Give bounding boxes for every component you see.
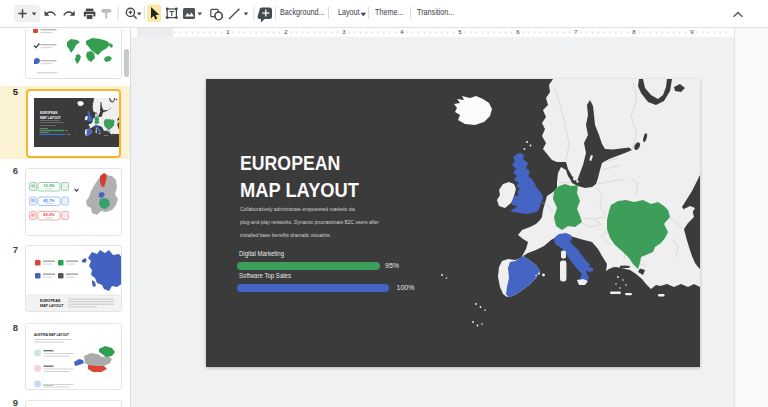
- svg-text:9: 9: [690, 28, 694, 35]
- svg-text:MAP LAYOUT: MAP LAYOUT: [40, 304, 64, 308]
- svg-text:45.7%: 45.7%: [43, 197, 55, 202]
- svg-text:6: 6: [516, 28, 520, 35]
- svg-text:5: 5: [458, 28, 462, 35]
- svg-text:AUSTRIA MAP LAYOUT: AUSTRIA MAP LAYOUT: [34, 332, 69, 337]
- svg-text:4: 4: [400, 28, 404, 35]
- svg-text:12.3%: 12.3%: [43, 183, 55, 188]
- svg-text:7: 7: [574, 28, 578, 35]
- svg-text:8: 8: [632, 28, 636, 35]
- svg-text:3: 3: [342, 28, 346, 35]
- svg-text:1: 1: [226, 28, 230, 35]
- svg-text:89.2%: 89.2%: [43, 212, 55, 217]
- svg-text:EUROPEAN: EUROPEAN: [40, 299, 61, 303]
- svg-text:2: 2: [284, 28, 288, 35]
